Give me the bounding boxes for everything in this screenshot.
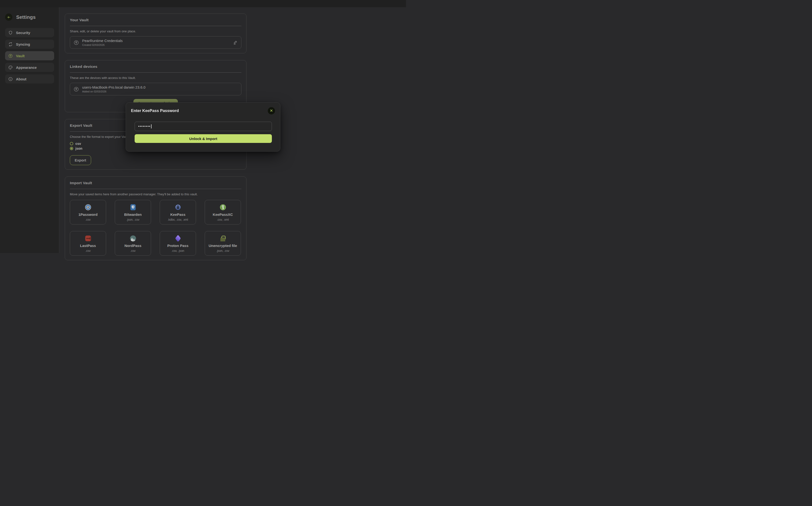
key-icon bbox=[73, 86, 79, 92]
sync-icon bbox=[8, 42, 13, 47]
sidebar-item-label: Appearance bbox=[16, 65, 37, 70]
sidebar-item-label: About bbox=[16, 77, 26, 81]
close-button[interactable]: ✕ bbox=[268, 107, 275, 114]
import-tile-nordpass[interactable]: NordPass .csv bbox=[115, 231, 151, 253]
unlock-import-button[interactable]: Unlock & Import bbox=[135, 134, 272, 143]
card-title: Import Vault bbox=[70, 181, 242, 185]
vault-row[interactable]: PearRuntime Credentials Created 02/03/20… bbox=[70, 36, 242, 49]
tile-name: Bitwarden bbox=[124, 213, 142, 217]
card-title: Linked devices bbox=[70, 65, 242, 69]
sidebar-item-vault[interactable]: Vault bbox=[5, 51, 54, 60]
tile-formats: .csv, .json bbox=[172, 249, 184, 253]
bitwarden-icon bbox=[130, 204, 136, 211]
tile-name: KeePassXC bbox=[213, 213, 233, 217]
card-description: These are the devices with access to thi… bbox=[70, 76, 242, 80]
tile-name: Unencrypted file bbox=[209, 244, 237, 248]
import-tile-protonpass[interactable]: Proton Pass .csv, .json bbox=[160, 231, 196, 253]
tile-formats: .json, .csv bbox=[126, 218, 139, 222]
onepassword-icon bbox=[85, 204, 91, 211]
device-meta: Added on 02/03/2026 bbox=[82, 90, 145, 93]
tile-formats: .csv, .xml bbox=[217, 218, 228, 222]
arrow-left-icon bbox=[7, 15, 11, 19]
sidebar-item-about[interactable]: About bbox=[5, 74, 54, 84]
close-icon: ✕ bbox=[270, 109, 273, 113]
tile-formats: .json, .csv bbox=[216, 249, 229, 253]
sidebar-item-label: Syncing bbox=[16, 42, 30, 47]
keepass-password-dialog: Enter KeePass Password ✕ •••••••• Unlock… bbox=[126, 102, 280, 152]
import-tile-lastpass[interactable]: LastPass .csv bbox=[70, 231, 106, 253]
device-row: users-MacBook-Pro.local darwin 23.6.0 Ad… bbox=[70, 83, 242, 95]
tile-formats: .kdbx, .csv, .xml bbox=[168, 218, 188, 222]
tile-formats: .csv bbox=[85, 218, 90, 222]
key-icon bbox=[73, 40, 79, 46]
card-title: Your Vault bbox=[70, 18, 242, 22]
radio-label: csv bbox=[75, 142, 81, 146]
import-vault-card: Import Vault Move your saved items here … bbox=[65, 176, 247, 253]
import-tile-keepass[interactable]: KeePass .kdbx, .csv, .xml bbox=[160, 200, 196, 225]
tile-formats: .csv bbox=[85, 249, 90, 253]
tile-name: LastPass bbox=[80, 244, 96, 248]
password-input[interactable]: •••••••• bbox=[135, 122, 272, 131]
radio-label: json bbox=[75, 147, 82, 150]
settings-sidebar: Settings Security Syncing Vault Appearan… bbox=[0, 7, 59, 253]
import-tile-unencrypted[interactable]: Unencrypted file .json, .csv bbox=[205, 231, 241, 253]
info-icon bbox=[8, 77, 13, 81]
radio-checked-icon[interactable] bbox=[70, 147, 73, 150]
import-tile-keepassxc[interactable]: KeePassXC .csv, .xml bbox=[205, 200, 241, 225]
lastpass-icon bbox=[85, 235, 91, 242]
vault-name: PearRuntime Credentials bbox=[82, 38, 123, 43]
sidebar-item-syncing[interactable]: Syncing bbox=[5, 39, 54, 49]
palette-icon bbox=[8, 65, 13, 70]
protonpass-icon bbox=[176, 235, 180, 242]
keepass-icon bbox=[175, 204, 181, 211]
nordpass-icon bbox=[130, 235, 136, 242]
sidebar-item-appearance[interactable]: Appearance bbox=[5, 63, 54, 72]
sidebar-item-label: Vault bbox=[16, 54, 25, 58]
back-button[interactable] bbox=[5, 13, 12, 21]
divider bbox=[70, 189, 242, 189]
sidebar-item-security[interactable]: Security bbox=[5, 28, 54, 37]
tile-name: Proton Pass bbox=[167, 244, 189, 248]
card-description: Share, edit, or delete your vault from o… bbox=[70, 29, 242, 33]
your-vault-card: Your Vault Share, edit, or delete your v… bbox=[65, 13, 247, 53]
edit-pencil-icon[interactable] bbox=[233, 40, 238, 45]
tile-name: KeePass bbox=[171, 213, 186, 217]
window-titlebar bbox=[0, 0, 406, 7]
dialog-title: Enter KeePass Password bbox=[131, 108, 179, 113]
export-button[interactable]: Export bbox=[70, 155, 91, 165]
key-icon bbox=[8, 54, 13, 58]
import-sources-grid: 1Password .csv Bitwarden .json, .csv bbox=[70, 200, 242, 253]
tile-name: NordPass bbox=[125, 244, 141, 248]
shield-icon bbox=[8, 30, 13, 35]
divider bbox=[70, 26, 242, 26]
vault-meta: Created 02/03/2026 bbox=[82, 44, 123, 47]
keepassxc-icon bbox=[220, 204, 226, 211]
radio-unchecked-icon[interactable] bbox=[70, 142, 73, 145]
page-title: Settings bbox=[16, 14, 36, 20]
password-masked-value: •••••••• bbox=[138, 124, 150, 128]
import-tile-1password[interactable]: 1Password .csv bbox=[70, 200, 106, 225]
text-cursor bbox=[151, 124, 151, 129]
tile-formats: .csv bbox=[130, 249, 135, 253]
sidebar-item-label: Security bbox=[16, 31, 30, 35]
card-description: Move your saved items here from another … bbox=[70, 192, 242, 196]
striped-lock-icon bbox=[220, 235, 225, 242]
tile-name: 1Password bbox=[78, 213, 97, 217]
device-name: users-MacBook-Pro.local darwin 23.6.0 bbox=[82, 85, 145, 89]
divider bbox=[70, 72, 242, 73]
import-tile-bitwarden[interactable]: Bitwarden .json, .csv bbox=[115, 200, 151, 225]
